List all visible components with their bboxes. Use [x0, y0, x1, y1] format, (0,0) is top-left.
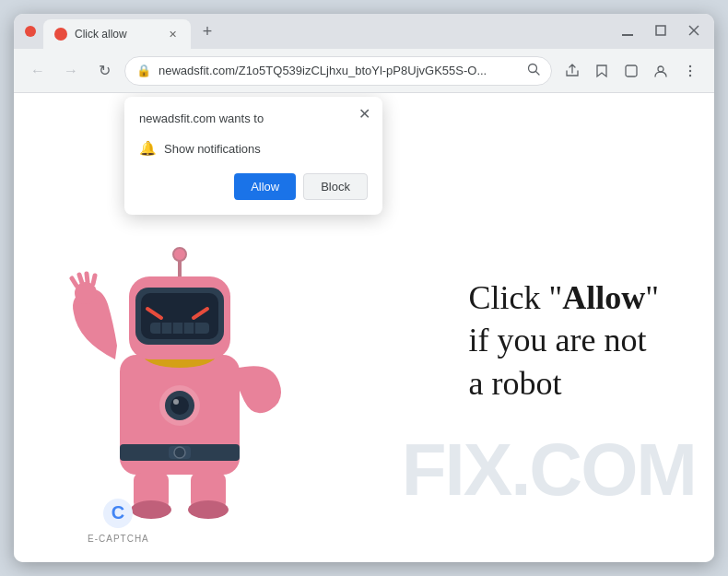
svg-rect-17 — [150, 323, 209, 334]
address-bar[interactable]: 🔒 newadsfit.com/Z1o5TQ539izCLjhxu_btoYl-… — [124, 56, 552, 86]
share-icon[interactable] — [559, 58, 585, 84]
allow-button[interactable]: Allow — [234, 173, 296, 200]
notification-popup: newadsfit.com wants to ✕ 🔔 Show notifica… — [124, 97, 382, 215]
svg-line-38 — [87, 274, 88, 282]
popup-option: 🔔 Show notifications — [139, 135, 368, 162]
tab-favicon — [54, 28, 67, 41]
svg-text:C: C — [112, 502, 124, 523]
close-button[interactable] — [685, 22, 703, 41]
svg-point-10 — [689, 69, 691, 71]
toolbar: ← → ↻ 🔒 newadsfit.com/Z1o5TQ539izCLjhxu_… — [14, 49, 714, 93]
menu-icon[interactable] — [677, 58, 703, 84]
traffic-lights — [25, 26, 36, 37]
svg-rect-7 — [626, 65, 637, 76]
lock-icon: 🔒 — [136, 64, 151, 77]
svg-rect-1 — [656, 26, 665, 35]
tab-close-button[interactable]: ✕ — [165, 27, 180, 41]
popup-buttons: Allow Block — [139, 173, 368, 200]
svg-point-23 — [173, 248, 186, 261]
search-icon[interactable] — [527, 63, 540, 78]
forward-button[interactable]: → — [58, 58, 84, 84]
refresh-button[interactable]: ↻ — [91, 58, 117, 84]
svg-point-8 — [658, 66, 663, 72]
tab-bar: Click allow ✕ + — [43, 17, 611, 46]
page-text-line2: if you are not — [469, 319, 659, 362]
ecaptcha-logo-area: C E-CAPTCHA — [88, 497, 149, 544]
title-bar: Click allow ✕ + — [14, 14, 714, 49]
svg-point-30 — [174, 447, 185, 458]
profile-icon[interactable] — [648, 58, 674, 84]
popup-title: newadsfit.com wants to — [139, 112, 368, 125]
tab-title: Click allow — [75, 28, 158, 41]
address-text: newadsfit.com/Z1o5TQ539izCLjhxu_btoYl-pP… — [159, 64, 520, 77]
robot-illustration — [51, 212, 309, 525]
svg-line-39 — [93, 276, 95, 284]
svg-point-11 — [689, 74, 691, 76]
ecaptcha-icon: C — [101, 497, 135, 530]
page-text-line1: Click "Allow" — [469, 276, 659, 319]
bell-icon: 🔔 — [139, 140, 157, 157]
svg-marker-6 — [597, 65, 606, 76]
maximize-button[interactable] — [652, 22, 670, 41]
close-traffic-light[interactable] — [25, 26, 36, 37]
svg-point-27 — [173, 399, 179, 405]
page-content: FIX.COM newadsfit.com wants to ✕ 🔔 Show … — [14, 93, 714, 562]
minimize-button[interactable] — [618, 22, 637, 41]
svg-point-26 — [170, 396, 189, 415]
ecaptcha-label: E-CAPTCHA — [88, 534, 149, 544]
back-button[interactable]: ← — [25, 58, 51, 84]
svg-point-34 — [188, 500, 229, 519]
svg-line-5 — [536, 72, 540, 76]
svg-line-36 — [72, 278, 76, 286]
page-text-line3: a robot — [469, 362, 659, 406]
extension-icon[interactable] — [618, 58, 644, 84]
toolbar-icons — [559, 58, 703, 84]
block-button[interactable]: Block — [303, 173, 368, 200]
window-controls — [618, 22, 703, 41]
page-main-text: Click "Allow" if you are not a robot — [469, 276, 659, 405]
new-tab-button[interactable]: + — [194, 18, 220, 44]
watermark: FIX.COM — [402, 433, 696, 507]
popup-close-button[interactable]: ✕ — [355, 104, 373, 123]
svg-rect-0 — [622, 34, 633, 36]
browser-window: Click allow ✕ + ← → ↻ 🔒 — [14, 14, 714, 562]
svg-point-9 — [689, 65, 691, 66]
bookmark-icon[interactable] — [589, 58, 615, 84]
popup-option-label: Show notifications — [164, 142, 261, 156]
svg-line-37 — [79, 275, 82, 283]
active-tab[interactable]: Click allow ✕ — [43, 19, 191, 49]
